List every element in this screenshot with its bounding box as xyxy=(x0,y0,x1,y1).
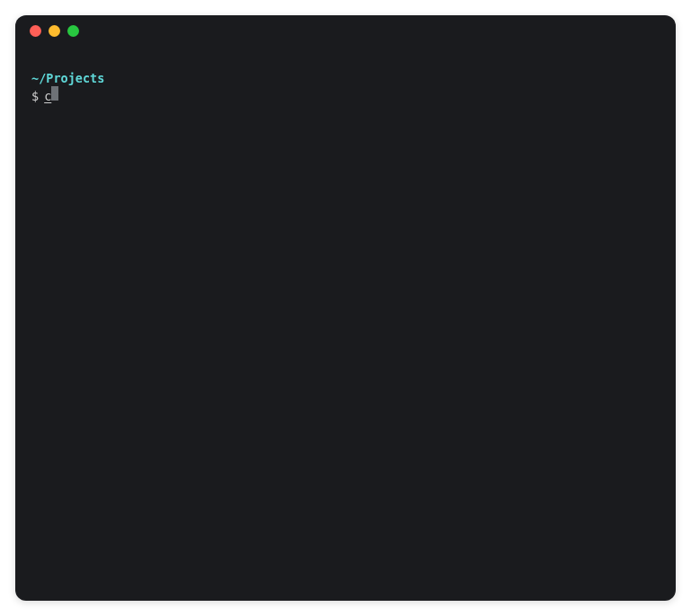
minimize-icon[interactable] xyxy=(49,25,60,37)
command-input[interactable]: c xyxy=(44,89,51,104)
close-icon[interactable] xyxy=(30,25,41,37)
cursor-icon xyxy=(51,86,58,101)
prompt-line[interactable]: $ c xyxy=(31,86,660,104)
maximize-icon[interactable] xyxy=(67,25,79,37)
prompt-symbol: $ xyxy=(31,89,39,104)
terminal-body[interactable]: ~/Projects $ c xyxy=(15,46,676,120)
window-titlebar xyxy=(15,15,676,46)
terminal-window: ~/Projects $ c xyxy=(15,15,676,601)
current-working-directory: ~/Projects xyxy=(31,71,660,86)
